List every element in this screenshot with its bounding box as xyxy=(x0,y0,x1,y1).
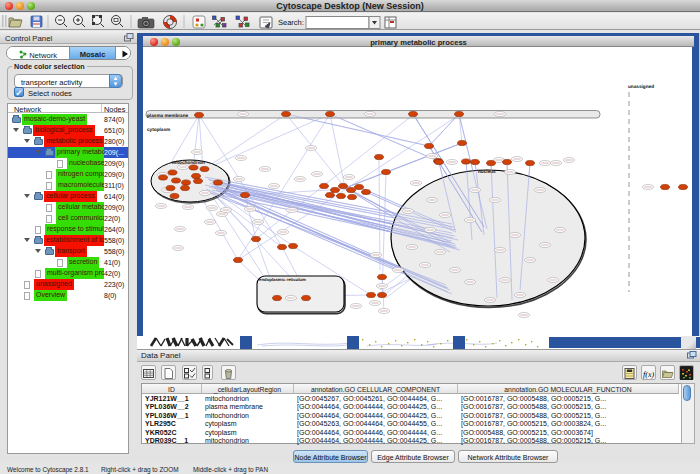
svg-text:plasma membrane: plasma membrane xyxy=(147,113,189,118)
svg-text:cytoplasm: cytoplasm xyxy=(147,127,170,132)
svg-text:unassigned: unassigned xyxy=(628,84,654,89)
svg-text:nucleus: nucleus xyxy=(478,169,496,174)
svg-text:Search:: Search: xyxy=(278,18,304,27)
svg-text:mitochondrion: mitochondrion xyxy=(172,160,205,165)
svg-text:endoplasmic reticulum: endoplasmic reticulum xyxy=(259,277,306,282)
svg-text:f(x): f(x) xyxy=(643,370,654,379)
